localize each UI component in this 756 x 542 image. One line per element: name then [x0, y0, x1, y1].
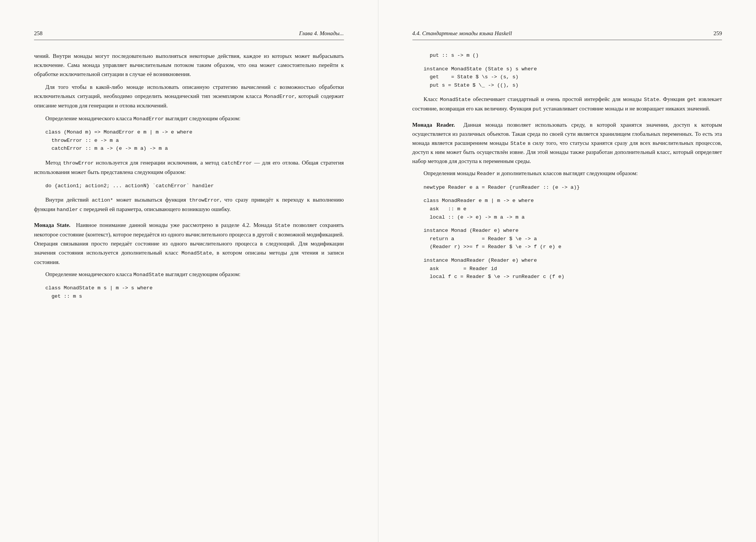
- left-page-content: чений. Внутри монады могут последователь…: [34, 51, 344, 300]
- left-code-2: do {action1; action2; ... actionN} `catc…: [45, 182, 344, 190]
- left-page-title: Глава 4. Монады...: [299, 30, 344, 37]
- right-code-1: put :: s -> m (): [424, 51, 722, 60]
- left-code-1: class (Monad m) => MonadError e m | m ->…: [45, 128, 344, 153]
- right-page-content: put :: s -> m () instance MonadState (St…: [412, 51, 722, 281]
- left-para-3: Определение монадического класса MonadEr…: [34, 114, 344, 123]
- right-code-5: instance Monad (Reader e) where return a…: [424, 227, 722, 251]
- left-page-number: 258: [34, 30, 43, 37]
- left-para-2: Для того чтобы в какой-либо монаде испол…: [34, 82, 344, 110]
- left-para-6: Определение монадического класса MonadSt…: [34, 270, 344, 279]
- left-para-4: Метод throwError используется для генера…: [34, 158, 344, 177]
- left-para-5: Внутри действий action* может вызываться…: [34, 195, 344, 214]
- left-code-3: class MonadState m s | m -> s where get …: [45, 284, 344, 300]
- right-page-title: 4.4. Стандартные монады языка Haskell: [412, 30, 512, 37]
- left-para-1: чений. Внутри монады могут последователь…: [34, 51, 344, 79]
- left-page-header: 258 Глава 4. Монады...: [34, 30, 344, 40]
- right-page-header: 4.4. Стандартные монады языка Haskell 25…: [412, 30, 722, 40]
- left-page: 258 Глава 4. Монады... чений. Внутри мон…: [0, 0, 378, 542]
- right-page: 4.4. Стандартные монады языка Haskell 25…: [378, 0, 756, 542]
- right-para-2: Определения монады Reader и дополнительн…: [412, 169, 722, 178]
- right-code-6: instance MonadReader (Reader e) where as…: [424, 256, 722, 281]
- right-section-reader: Монада Reader. Данная монада позволяет и…: [412, 120, 722, 166]
- right-page-number: 259: [714, 30, 722, 37]
- right-code-4: class MonadReader e m | m -> e where ask…: [424, 197, 722, 221]
- right-para-1: Класс MonadState обеспечивает стандартны…: [412, 95, 722, 113]
- left-section-state: Монада State. Наивное понимание данной м…: [34, 221, 344, 266]
- right-code-2: instance MonadState (State s) s where ge…: [424, 65, 722, 90]
- right-code-3: newtype Reader e a = Reader {runReader :…: [424, 183, 722, 192]
